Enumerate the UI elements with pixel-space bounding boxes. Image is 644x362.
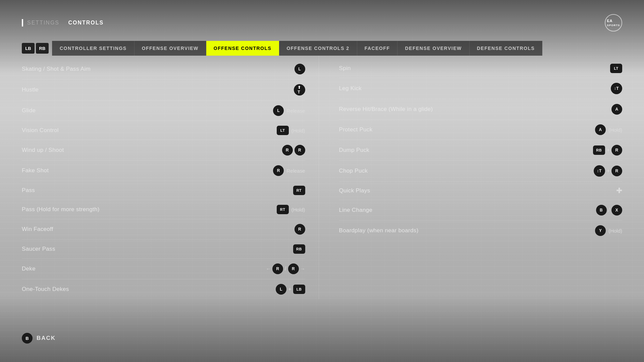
control-glide-binding: L Release xyxy=(273,105,305,116)
right-column: Spin LT Leg Kick ↕T Reverse Hit/Brace (W… xyxy=(319,56,623,299)
control-vision-label: Vision Control xyxy=(22,127,59,134)
tab-offense-controls[interactable]: OFFENSE CONTROLS xyxy=(206,41,279,56)
breadcrumb-separator xyxy=(63,20,65,26)
tabs-container: LB RB CONTROLLER SETTINGS OFFENSE OVERVI… xyxy=(22,41,622,56)
arrow-right: → xyxy=(301,266,305,272)
arrow-left: ← xyxy=(266,266,271,272)
header: SETTINGS CONTROLS EASPORTS xyxy=(22,0,622,32)
slash-deke: / xyxy=(285,266,286,272)
control-spin-label: Spin xyxy=(339,65,351,72)
tab-offense-controls-2[interactable]: OFFENSE CONTROLS 2 xyxy=(279,41,357,56)
control-glide-label: Glide xyxy=(22,107,36,114)
control-fakeshot: Fake Shot R Release xyxy=(22,161,305,181)
control-saucerpass-label: Saucer Pass xyxy=(22,246,55,252)
rb-button[interactable]: RB xyxy=(36,43,49,54)
control-skating-label: Skating / Shot & Pass Aim xyxy=(22,66,91,72)
badge-X-line: X xyxy=(611,205,622,216)
control-dumppuck-label: Dump Puck xyxy=(339,147,370,154)
badge-A-reversehit: A xyxy=(611,104,622,115)
control-protectpuck: Protect Puck A (Hold) xyxy=(339,120,623,140)
fakeshot-text: Release xyxy=(286,168,305,174)
control-onetouch-label: One-Touch Dekes xyxy=(22,286,69,293)
control-hustle-label: Hustle xyxy=(22,86,39,93)
control-windup-binding: R R xyxy=(282,145,305,156)
control-spin: Spin LT xyxy=(339,59,623,78)
tab-defense-overview[interactable]: DEFENSE OVERVIEW xyxy=(397,41,469,56)
badge-LT-spin: LT xyxy=(610,64,622,73)
control-vision-binding: LT (Hold) xyxy=(277,126,305,135)
control-winfaceoff-label: Win Faceoff xyxy=(22,226,53,233)
control-reversehit-label: Reverse Hit/Brace (While in a glide) xyxy=(339,106,433,113)
vision-text: (Hold) xyxy=(291,128,305,133)
control-windup-label: Wind up / Shoot xyxy=(22,147,64,154)
control-pass-hold-label: Pass (Hold for more strength) xyxy=(22,206,100,213)
control-onetouch: One-Touch Dekes L + LB xyxy=(22,279,305,299)
control-saucerpass-binding: RB xyxy=(293,244,305,254)
badge-L-onetouch: L xyxy=(276,284,286,295)
control-dumppuck: Dump Puck RB + R xyxy=(339,140,623,161)
badge-L: L xyxy=(294,64,305,74)
badge-R-dump: R xyxy=(611,145,622,156)
back-label: BACK xyxy=(37,335,56,342)
left-column: Skating / Shot & Pass Aim L Hustle ⬆T Gl… xyxy=(22,56,319,299)
boardplay-text: (Hold) xyxy=(608,228,622,234)
control-deke-label: Deke xyxy=(22,265,36,272)
control-fakeshot-binding: R Release xyxy=(273,165,305,176)
control-pass-hold-binding: RT (Hold) xyxy=(277,205,305,214)
control-protectpuck-binding: A (Hold) xyxy=(595,124,622,135)
lb-button[interactable]: LB xyxy=(22,43,35,54)
badge-B-line: B xyxy=(596,205,607,216)
badge-R-faceoff: R xyxy=(294,224,305,235)
breadcrumb: SETTINGS CONTROLS xyxy=(22,19,104,26)
badge-L-glide: L xyxy=(273,105,284,116)
plus-onetouch: + xyxy=(288,286,291,292)
badge-RT: RT xyxy=(293,186,305,195)
control-pass-hold: Pass (Hold for more strength) RT (Hold) xyxy=(22,200,305,219)
badge-R-deke1: R xyxy=(272,263,283,274)
control-boardplay: Boardplay (when near boards) Y (Hold) xyxy=(339,221,623,241)
slash-line: / xyxy=(608,207,610,213)
control-quickplays-label: Quick Plays xyxy=(339,187,370,194)
back-area[interactable]: B BACK xyxy=(22,333,56,344)
control-quickplays: Quick Plays ✚ xyxy=(339,182,623,200)
tab-controller-settings[interactable]: CONTROLLER SETTINGS xyxy=(52,41,135,56)
badge-R-fake: R xyxy=(273,165,284,176)
breadcrumb-settings: SETTINGS xyxy=(27,20,59,26)
control-choppuck: Chop Puck ↕T + R xyxy=(339,161,623,182)
control-windup: Wind up / Shoot R R xyxy=(22,140,305,161)
control-vision: Vision Control LT (Hold) xyxy=(22,121,305,140)
tab-defense-controls[interactable]: DEFENSE CONTROLS xyxy=(470,41,543,56)
pass-hold-text: (Hold) xyxy=(291,207,305,213)
control-pass: Pass RT xyxy=(22,181,305,200)
back-badge: B xyxy=(22,333,33,344)
protectpuck-text: (Hold) xyxy=(608,127,622,133)
plus-chop: + xyxy=(607,168,610,174)
control-reversehit-binding: A xyxy=(611,104,622,115)
control-deke-binding: ← R / R → xyxy=(266,263,305,274)
control-linechange: Line Change B / X xyxy=(339,200,623,221)
control-quickplays-binding: ✚ xyxy=(616,186,622,195)
control-saucerpass: Saucer Pass RB xyxy=(22,240,305,259)
badge-legkick: ↕T xyxy=(611,83,622,94)
tab-offense-overview[interactable]: OFFENSE OVERVIEW xyxy=(135,41,206,56)
control-pass-label: Pass xyxy=(22,187,35,194)
control-pass-binding: RT xyxy=(293,186,305,195)
control-hustle: Hustle ⬆T xyxy=(22,79,305,101)
control-dumppuck-binding: RB + R xyxy=(593,145,622,156)
control-choppuck-label: Chop Puck xyxy=(339,168,368,174)
control-onetouch-binding: L + LB xyxy=(276,284,305,295)
badge-RT-hold: RT xyxy=(277,205,289,214)
control-linechange-binding: B / X xyxy=(596,205,622,216)
control-boardplay-label: Boardplay (when near boards) xyxy=(339,227,419,234)
control-linechange-label: Line Change xyxy=(339,207,373,214)
breadcrumb-controls: CONTROLS xyxy=(68,20,104,26)
ea-logo-text: EASPORTS xyxy=(607,19,620,27)
badge-R-chop: R xyxy=(611,166,622,176)
control-skating-binding: L xyxy=(294,64,305,74)
tab-faceoff[interactable]: FACEOFF xyxy=(357,41,398,56)
badge-R-deke2: R xyxy=(288,263,299,274)
badge-Y-board: Y xyxy=(595,225,606,236)
controls-area: Skating / Shot & Pass Aim L Hustle ⬆T Gl… xyxy=(22,56,622,299)
plus-dump: + xyxy=(607,147,610,153)
badge-LB-onetouch: LB xyxy=(293,285,305,294)
